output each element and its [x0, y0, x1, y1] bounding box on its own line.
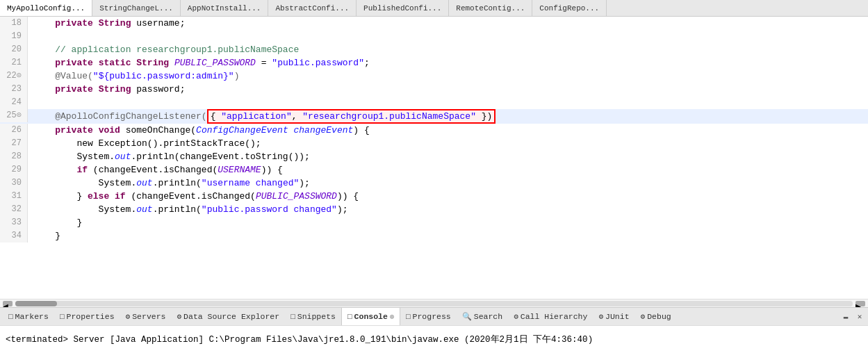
line-num-27: 27 [0, 137, 28, 150]
line-num-32: 32 [0, 203, 28, 216]
scrollbar-right-arrow[interactable]: ▶ [855, 301, 865, 306]
line-content-31: } else if (changeEvent.isChanged(PUBLIC_… [28, 190, 868, 203]
line-content-32: System.out.println("public.password chan… [28, 203, 868, 216]
line-content-22: @Value("${public.password:admin}") [28, 69, 868, 83]
line-content-21: private static String PUBLIC_PASSWORD = … [28, 56, 868, 69]
close-btn[interactable]: ✕ [854, 311, 865, 322]
line-num-30: 30 [0, 176, 28, 190]
progress-icon: □ [406, 313, 411, 321]
datasource-icon: ⚙ [177, 312, 181, 321]
code-editor: 18 private String username; 19 20 // app… [0, 17, 868, 307]
line-num-24: 24 [0, 96, 28, 109]
line-content-26: private void someOnChange(ConfigChangeEv… [28, 124, 868, 137]
code-line-25: 25⊙ @ApolloConfigChangeListener({ "appli… [0, 109, 868, 124]
tab-markers-label: Markers [15, 312, 49, 321]
line-content-24 [28, 96, 868, 109]
line-num-22: 22⊙ [0, 69, 28, 83]
code-content: 18 private String username; 19 20 // app… [0, 17, 868, 299]
search-icon: 🔍 [462, 312, 472, 321]
tab-configrepo[interactable]: ConfigRepo... [532, 0, 607, 16]
code-line-21: 21 private static String PUBLIC_PASSWORD… [0, 56, 868, 69]
code-line-30: 30 System.out.println("username changed"… [0, 176, 868, 190]
tab-debug-label: Debug [647, 312, 671, 321]
tab-progress-label: Progress [413, 312, 451, 321]
line-content-30: System.out.println("username changed"); [28, 176, 868, 190]
tab-servers-label: Servers [132, 312, 165, 321]
line-content-20: // application researchgroup1.publicName… [28, 43, 868, 56]
markers-icon: □ [8, 313, 13, 321]
code-line-20: 20 // application researchgroup1.publicN… [0, 43, 868, 56]
tab-console-label: Console [354, 312, 388, 321]
debug-icon: ⚙ [641, 312, 646, 321]
line-content-28: System.out.println(changeEvent.toString(… [28, 150, 868, 163]
line-num-29: 29 [0, 163, 28, 176]
properties-icon: □ [60, 313, 65, 321]
line-content-23: private String password; [28, 83, 868, 96]
tab-datasource[interactable]: ⚙ Data Source Explorer [171, 308, 285, 325]
tab-debug[interactable]: ⚙ Debug [635, 308, 677, 325]
line-content-19 [28, 30, 868, 43]
minimize-btn[interactable]: ▬ [840, 311, 851, 322]
line-num-31: 31 [0, 190, 28, 203]
tab-search[interactable]: 🔍 Search [457, 308, 508, 325]
tab-properties[interactable]: □ Properties [54, 308, 120, 325]
line-num-19: 19 [0, 30, 28, 43]
code-line-31: 31 } else if (changeEvent.isChanged(PUBL… [0, 190, 868, 203]
line-content-25: @ApolloConfigChangeListener({ "applicati… [28, 109, 868, 124]
line-num-21: 21 [0, 56, 28, 69]
line-content-33: } [28, 216, 868, 229]
callhierarchy-icon: ⚙ [514, 312, 518, 321]
top-tab-bar: MyApolloConfig... StringChangeL... AppNo… [0, 0, 868, 17]
tab-remotecontig[interactable]: RemoteContig... [449, 0, 532, 16]
line-num-28: 28 [0, 150, 28, 163]
code-line-34: 34 } [0, 229, 868, 243]
tab-myapolloconfig[interactable]: MyApolloConfig... [0, 0, 92, 16]
console-terminated-text: <terminated> Server [Java Application] C… [6, 334, 593, 345]
code-line-27: 27 new Exception().printStackTrace(); [0, 137, 868, 150]
tab-appnotinstall[interactable]: AppNotInstall... [181, 0, 269, 16]
console-output: <terminated> Server [Java Application] C… [0, 325, 868, 353]
bottom-tab-bar: □ Markers □ Properties ⚙ Servers ⚙ Data … [0, 307, 868, 325]
tab-progress[interactable]: □ Progress [400, 308, 457, 325]
tab-callhierarchy[interactable]: ⚙ Call Hierarchy [508, 308, 593, 325]
tab-abstractconfi[interactable]: AbstractConfi... [268, 0, 357, 16]
code-line-22: 22⊙ @Value("${public.password:admin}") [0, 69, 868, 83]
tab-publishedconfi[interactable]: PublishedConfi... [357, 0, 449, 16]
scrollbar-thumb[interactable] [15, 301, 57, 306]
code-line-28: 28 System.out.println(changeEvent.toStri… [0, 150, 868, 163]
tab-actions: ▬ ✕ [840, 311, 865, 322]
scrollbar-left-arrow[interactable]: ◀ [3, 301, 13, 306]
line-content-18: private String username; [28, 17, 868, 30]
console-close: ⊗ [390, 313, 394, 321]
tab-servers[interactable]: ⚙ Servers [120, 308, 172, 325]
code-line-33: 33 } [0, 216, 868, 229]
tab-stringchangel[interactable]: StringChangeL... [92, 0, 181, 16]
tab-snippets[interactable]: □ Snippets [285, 308, 341, 325]
tab-search-label: Search [474, 312, 502, 321]
code-line-18: 18 private String username; [0, 17, 868, 30]
line-content-29: if (changeEvent.isChanged(USERNAME)) { [28, 163, 868, 176]
tab-properties-label: Properties [67, 312, 115, 321]
line-num-33: 33 [0, 216, 28, 229]
tab-console[interactable]: □ Console ⊗ [341, 308, 400, 325]
tab-markers[interactable]: □ Markers [3, 308, 54, 325]
tab-datasource-label: Data Source Explorer [183, 312, 279, 321]
tab-junit[interactable]: ⚙ JUnit [593, 308, 634, 325]
code-line-23: 23 private String password; [0, 83, 868, 96]
line-num-23: 23 [0, 83, 28, 96]
code-line-19: 19 [0, 30, 868, 43]
tab-junit-label: JUnit [605, 312, 630, 321]
code-line-26: 26 private void someOnChange(ConfigChang… [0, 124, 868, 137]
line-content-34: } [28, 229, 868, 243]
junit-icon: ⚙ [598, 312, 603, 321]
tab-callhierarchy-label: Call Hierarchy [521, 312, 588, 321]
tab-snippets-label: Snippets [297, 312, 336, 321]
line-num-34: 34 [0, 229, 28, 243]
line-num-25: 25⊙ [0, 109, 28, 122]
line-num-18: 18 [0, 17, 28, 30]
scrollbar-track[interactable] [15, 301, 853, 306]
servers-icon: ⚙ [126, 312, 131, 321]
console-icon: □ [347, 313, 352, 321]
code-line-29: 29 if (changeEvent.isChanged(USERNAME)) … [0, 163, 868, 176]
code-scrollbar[interactable]: ◀ ▶ [0, 299, 868, 307]
